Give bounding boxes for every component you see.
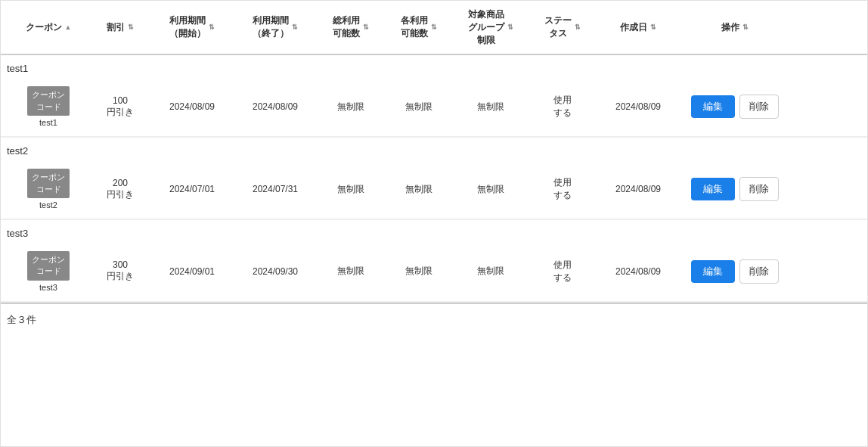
th-end[interactable]: 利用期間（終了） ⇅ — [234, 1, 317, 54]
edit-button-test3[interactable]: 編集 — [691, 260, 735, 283]
coupon-id-test2: test2 — [39, 200, 57, 210]
th-discount[interactable]: 割引 ⇅ — [90, 1, 150, 54]
sort-icon-end: ⇅ — [292, 24, 298, 31]
coupon-cell-test1: クーポンコード test1 — [7, 83, 90, 130]
th-coupon-label: クーポン — [26, 21, 62, 34]
action-test2: 編集 削除 — [680, 174, 789, 204]
delete-button-test1[interactable]: 削除 — [739, 95, 779, 119]
group-test3-label: test3 — [1, 220, 867, 242]
end-test2: 2024/07/31 — [234, 181, 317, 197]
product-test3: 無制限 — [453, 262, 529, 281]
total-test1: 無制限 — [317, 98, 385, 116]
coupon-code-box-test3: クーポンコード — [27, 251, 70, 281]
coupon-code-box-test1: クーポンコード — [27, 86, 70, 116]
sort-icon-total: ⇅ — [363, 24, 369, 31]
coupon-id-test1: test1 — [39, 118, 57, 127]
sort-icon-product: ⇅ — [507, 24, 513, 31]
total-test3: 無制限 — [317, 262, 385, 281]
th-coupon[interactable]: クーポン ▲ — [7, 1, 90, 54]
end-test3: 2024/09/30 — [234, 263, 317, 280]
sort-icon-discount: ⇅ — [128, 24, 134, 31]
each-test2: 無制限 — [385, 180, 453, 199]
action-test1: 編集 削除 — [680, 92, 789, 122]
group-test2-label: test2 — [1, 138, 867, 160]
status-test2: 使用する — [529, 173, 597, 205]
discount-test2: 200円引き — [90, 175, 150, 204]
start-test2: 2024/07/01 — [150, 181, 234, 197]
created-test1: 2024/08/09 — [597, 98, 680, 115]
coupon-id-test3: test3 — [39, 283, 57, 292]
discount-test1: 100円引き — [90, 92, 150, 122]
table-row: クーポンコード test3 300円引き 2024/09/01 2024/09/… — [1, 242, 867, 302]
table-footer: 全３件 — [1, 303, 867, 336]
start-test3: 2024/09/01 — [150, 263, 234, 280]
sort-icon-each: ⇅ — [431, 24, 437, 31]
sort-icon-status: ⇅ — [575, 24, 581, 31]
sort-icon-start: ⇅ — [209, 24, 215, 31]
th-each[interactable]: 各利用可能数 ⇅ — [385, 1, 453, 54]
th-created[interactable]: 作成日 ⇅ — [597, 1, 680, 54]
coupon-cell-test2: クーポンコード test2 — [7, 166, 90, 213]
total-test2: 無制限 — [317, 180, 385, 199]
sort-icon-created: ⇅ — [650, 24, 656, 31]
start-test1: 2024/08/09 — [150, 98, 234, 115]
each-test3: 無制限 — [385, 262, 453, 281]
each-test1: 無制限 — [385, 98, 453, 116]
created-test2: 2024/08/09 — [597, 181, 680, 197]
discount-test3: 300円引き — [90, 256, 150, 286]
sort-icon-action: ⇅ — [742, 24, 749, 31]
status-test1: 使用する — [529, 91, 597, 123]
th-action-label: 操作 — [721, 21, 739, 34]
th-each-label: 各利用可能数 — [401, 14, 428, 40]
th-status[interactable]: ステータス ⇅ — [529, 1, 597, 54]
product-test2: 無制限 — [453, 180, 529, 199]
th-status-label: ステータス — [544, 14, 572, 40]
table-header: クーポン ▲ 割引 ⇅ 利用期間（開始） ⇅ 利用期間（終了） ⇅ 総利用可能数… — [1, 1, 867, 55]
th-product-label: 対象商品グループ制限 — [468, 8, 504, 46]
group-test3: test3 クーポンコード test3 300円引き 2024/09/01 20… — [1, 220, 867, 303]
th-end-label: 利用期間（終了） — [253, 14, 289, 40]
th-created-label: 作成日 — [620, 21, 647, 34]
coupon-code-box-test2: クーポンコード — [27, 169, 70, 198]
coupon-cell-test3: クーポンコード test3 — [7, 248, 90, 295]
delete-button-test2[interactable]: 削除 — [739, 177, 779, 201]
th-total-label: 総利用可能数 — [333, 14, 360, 40]
action-test3: 編集 削除 — [680, 256, 789, 287]
table-row: クーポンコード test2 200円引き 2024/07/01 2024/07/… — [1, 160, 867, 219]
total-count-label: 全３件 — [7, 314, 36, 325]
group-test2: test2 クーポンコード test2 200円引き 2024/07/01 20… — [1, 138, 867, 220]
th-start[interactable]: 利用期間（開始） ⇅ — [150, 1, 234, 54]
table-row: クーポンコード test1 100円引き 2024/08/09 2024/08/… — [1, 77, 867, 137]
sort-icon-coupon: ▲ — [65, 24, 72, 31]
group-test1: test1 クーポンコード test1 100円引き 2024/08/09 20… — [1, 55, 867, 138]
product-test1: 無制限 — [453, 98, 529, 116]
th-action[interactable]: 操作 ⇅ — [680, 1, 789, 54]
th-discount-label: 割引 — [107, 21, 125, 34]
delete-button-test3[interactable]: 削除 — [739, 259, 779, 284]
end-test1: 2024/08/09 — [234, 98, 317, 115]
status-test3: 使用する — [529, 256, 597, 287]
group-test1-label: test1 — [1, 55, 867, 77]
th-total[interactable]: 総利用可能数 ⇅ — [317, 1, 385, 54]
created-test3: 2024/08/09 — [597, 263, 680, 280]
edit-button-test1[interactable]: 編集 — [691, 95, 735, 118]
th-product[interactable]: 対象商品グループ制限 ⇅ — [453, 1, 529, 54]
th-start-label: 利用期間（開始） — [169, 14, 206, 40]
coupon-table: クーポン ▲ 割引 ⇅ 利用期間（開始） ⇅ 利用期間（終了） ⇅ 総利用可能数… — [0, 0, 868, 447]
edit-button-test2[interactable]: 編集 — [691, 178, 735, 200]
